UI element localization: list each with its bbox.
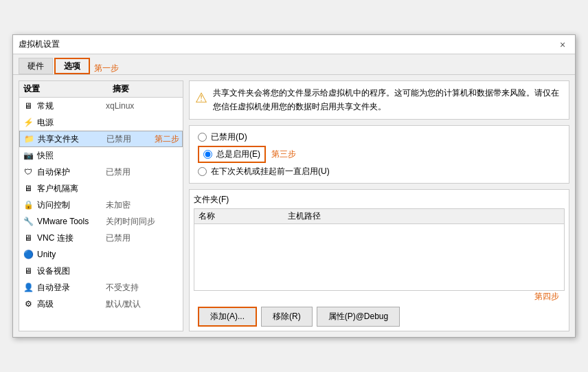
tab-bar: 硬件 选项 第一步 — [13, 54, 575, 75]
setting-item-shared-folder[interactable]: 📁 共享文件夹 已禁用 第二步 — [19, 131, 183, 147]
advanced-icon: ⚙ — [22, 298, 34, 310]
autoprotect-icon: 🛡 — [22, 166, 34, 178]
setting-item-device-view[interactable]: 🖥 设备视图 — [19, 263, 183, 279]
radio-always-input[interactable] — [203, 150, 212, 159]
radio-disabled[interactable]: 已禁用(D) — [198, 131, 561, 143]
tab-hardware[interactable]: 硬件 — [19, 58, 53, 74]
setting-item-unity[interactable]: 🔵 Unity — [19, 246, 183, 263]
files-section: 文件夹(F) 名称 主机路径 第四步 添加(A)... 移除(R) 属性(P)@… — [189, 189, 569, 331]
step2-label: 第二步 — [155, 133, 179, 145]
vm-settings-dialog: 虚拟机设置 × 硬件 选项 第一步 设置 摘要 🖥 常规 xqLinux ⚡ — [12, 34, 576, 337]
left-panel-header: 设置 摘要 — [19, 81, 183, 98]
remove-button[interactable]: 移除(R) — [261, 307, 313, 327]
setting-item-isolation[interactable]: 🖥 客户机隔离 — [19, 180, 183, 197]
right-panel: ⚠ 共享文件夹会将您的文件显示给虚拟机中的程序。这可能为您的计算机和数据带来风险… — [189, 80, 569, 331]
step3-label: 第三步 — [271, 149, 296, 160]
setting-item-access-control[interactable]: 🔒 访问控制 未加密 — [19, 197, 183, 213]
radio-until-suspend[interactable]: 在下次关机或挂起前一直启用(U) — [198, 166, 561, 177]
files-section-title: 文件夹(F) — [194, 194, 565, 206]
warning-icon: ⚠ — [195, 87, 207, 113]
setting-item-vmware-tools[interactable]: 🔧 VMware Tools 关闭时间同步 — [19, 213, 183, 230]
step1-label: 第一步 — [94, 63, 119, 74]
close-button[interactable]: × — [556, 38, 569, 52]
setting-item-vnc[interactable]: 🖥 VNC 连接 已禁用 — [19, 230, 183, 246]
setting-item-power[interactable]: ⚡ 电源 — [19, 114, 183, 131]
content-area: 设置 摘要 🖥 常规 xqLinux ⚡ 电源 📁 共享文件夹 已禁用 第二步 — [13, 75, 575, 336]
setting-item-autologin[interactable]: 👤 自动登录 不受支持 — [19, 279, 183, 296]
power-icon: ⚡ — [22, 116, 34, 129]
tools-icon: 🔧 — [22, 215, 34, 228]
general-icon: 🖥 — [22, 100, 34, 112]
snapshot-icon: 📷 — [22, 149, 34, 162]
setting-item-general[interactable]: 🖥 常规 xqLinux — [19, 98, 183, 114]
button-row: 添加(A)... 移除(R) 属性(P)@Debug — [194, 303, 565, 327]
autologin-icon: 👤 — [22, 281, 34, 294]
setting-item-snapshot[interactable]: 📷 快照 — [19, 147, 183, 164]
warning-text: 共享文件夹会将您的文件显示给虚拟机中的程序。这可能为您的计算机和数据带来风险。请… — [213, 87, 563, 113]
files-table-body — [194, 224, 564, 289]
files-table: 名称 主机路径 — [194, 208, 565, 291]
unity-icon: 🔵 — [22, 248, 34, 261]
add-button[interactable]: 添加(A)... — [198, 307, 257, 327]
files-table-header: 名称 主机路径 — [194, 209, 564, 224]
access-icon: 🔒 — [22, 199, 34, 211]
device-icon: 🖥 — [22, 265, 34, 277]
setting-item-advanced[interactable]: ⚙ 高级 默认/默认 — [19, 296, 183, 312]
vnc-icon: 🖥 — [22, 232, 34, 244]
properties-button[interactable]: 属性(P)@Debug — [317, 307, 400, 327]
folder-icon: 📁 — [23, 133, 35, 145]
isolation-icon: 🖥 — [22, 182, 34, 195]
left-panel: 设置 摘要 🖥 常规 xqLinux ⚡ 电源 📁 共享文件夹 已禁用 第二步 — [19, 80, 183, 331]
radio-always[interactable]: 总是启用(E) — [198, 146, 266, 163]
dialog-title: 虚拟机设置 — [19, 39, 60, 50]
radio-group: 已禁用(D) 总是启用(E) 第三步 在下次关机或挂起前一直启用(U) — [189, 125, 569, 184]
title-bar: 虚拟机设置 × — [13, 35, 575, 54]
setting-item-autoprotect[interactable]: 🛡 自动保护 已禁用 — [19, 164, 183, 180]
radio-disabled-input[interactable] — [198, 133, 207, 142]
tab-options[interactable]: 选项 — [54, 58, 90, 74]
step4-label: 第四步 — [534, 292, 559, 301]
warning-box: ⚠ 共享文件夹会将您的文件显示给虚拟机中的程序。这可能为您的计算机和数据带来风险… — [189, 80, 569, 119]
radio-suspend-input[interactable] — [198, 167, 207, 176]
